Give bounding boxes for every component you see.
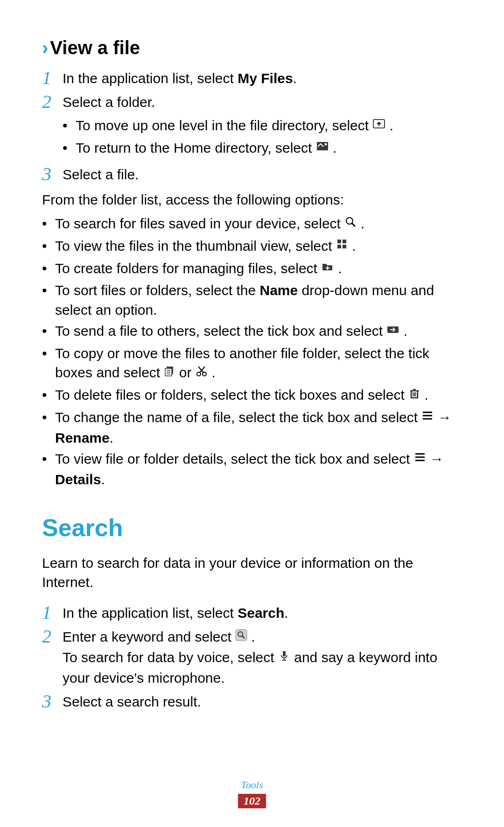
bullet-dot: • (42, 344, 55, 363)
search-step-2: 2 Enter a keyword and select . To search… (42, 627, 462, 687)
heading-view-file: ›View a file (42, 37, 462, 58)
step-text: In the application list, select (63, 71, 238, 86)
bullet-text: To send a file to others, select the tic… (55, 321, 462, 342)
bullet-sort: • To sort files or folders, select the N… (42, 281, 462, 319)
search-intro: Learn to search for data in your device … (42, 553, 462, 592)
page-number-badge: 102 (238, 794, 266, 808)
bullet-text: To view file or folder details, select t… (55, 449, 462, 489)
microphone-icon (278, 647, 290, 666)
step-text: Enter a keyword and select (63, 629, 235, 644)
bullet-text: To delete files or folders, select the t… (55, 385, 462, 406)
bullet-post: . (399, 323, 407, 339)
bullet-post: . (334, 261, 342, 276)
sub-bullet: • To return to the Home directory, selec… (63, 138, 462, 159)
step-number: 1 (42, 603, 63, 622)
step-2: 2 Select a folder. • To move up one leve… (42, 92, 462, 160)
trash-icon (408, 385, 420, 404)
send-icon (386, 321, 399, 340)
step-body: Enter a keyword and select . To search f… (63, 627, 462, 687)
bullet-pre: To move up one level in the file directo… (76, 118, 372, 133)
bullet-dot: • (42, 214, 55, 233)
step-number: 3 (42, 692, 63, 711)
search-icon (344, 213, 357, 233)
search-app-label: Search (238, 605, 284, 621)
step-text: Select a folder. (63, 92, 462, 112)
bullet-dot: • (42, 449, 55, 468)
bullet-post: . (420, 387, 428, 403)
new-folder-icon (321, 258, 334, 277)
bullet-post: . (348, 238, 356, 254)
bullet-dot: • (42, 321, 55, 340)
bullet-pre: To search for files saved in your device… (55, 216, 344, 231)
bullet-delete: • To delete files or folders, select the… (42, 385, 462, 406)
bullet-pre: To delete files or folders, select the t… (55, 387, 408, 403)
step-text: Select a search result. (63, 692, 462, 711)
step-text: To search for data by voice, select (63, 650, 278, 665)
step-body: In the application list, select Search. (63, 603, 462, 622)
step-text-post: . (284, 605, 288, 621)
bullet-pre: To send a file to others, select the tic… (55, 323, 386, 339)
bullet-pre: To copy or move the files to another fil… (55, 346, 429, 380)
bullet-text: To move up one level in the file directo… (76, 116, 462, 136)
page-footer: Tools 102 (0, 779, 504, 808)
bullet-post: . (385, 118, 393, 133)
bullet-dot: • (42, 385, 55, 404)
footer-section-label: Tools (0, 779, 504, 791)
step-number: 2 (42, 627, 63, 646)
bullet-pre: To create folders for managing files, se… (55, 261, 321, 276)
arrow-sep: → (434, 410, 451, 425)
arrow-sep: → (426, 451, 444, 467)
bullet-text: To sort files or folders, select the Nam… (55, 281, 462, 319)
bullet-mid: or (175, 365, 195, 380)
search-button-icon (235, 627, 247, 646)
bullet-text: To copy or move the files to another fil… (55, 344, 462, 383)
bullet-send: • To send a file to others, select the t… (42, 321, 462, 342)
home-icon (316, 138, 329, 157)
bullet-pre: To return to the Home directory, select (76, 140, 316, 156)
step-text: Select a file. (63, 165, 462, 184)
bullet-text: To search for files saved in your device… (55, 214, 462, 234)
cut-icon (196, 363, 208, 382)
grid-icon (336, 236, 348, 255)
copy-icon (164, 363, 175, 382)
my-files-label: My Files (238, 71, 293, 86)
name-label: Name (260, 283, 298, 298)
bullet-pre: To sort files or folders, select the (55, 283, 260, 298)
bullet-pre: To view the files in the thumbnail view,… (55, 238, 336, 254)
bullet-create-folder: • To create folders for managing files, … (42, 259, 462, 279)
bullet-post: . (208, 365, 216, 380)
bullet-thumbnail: • To view the files in the thumbnail vie… (42, 236, 462, 257)
step-text-post: . (293, 71, 297, 86)
bullet-dot: • (63, 138, 76, 157)
bullet-post: . (110, 430, 113, 445)
bullet-dot: • (42, 236, 55, 255)
bullet-post: . (101, 472, 105, 487)
up-level-icon (372, 115, 385, 134)
bullet-text: To return to the Home directory, select … (76, 138, 462, 159)
details-label: Details (55, 472, 101, 487)
step-3: 3 Select a file. (42, 165, 462, 184)
step-number: 3 (42, 165, 63, 184)
bullet-details: • To view file or folder details, select… (42, 449, 462, 489)
step-body: Select a folder. • To move up one level … (63, 92, 462, 160)
bullet-text: To view the files in the thumbnail view,… (55, 236, 462, 257)
step-body: In the application list, select My Files… (63, 69, 462, 88)
search-step-3: 3 Select a search result. (42, 692, 462, 711)
menu-icon (414, 449, 426, 468)
bullet-post: . (329, 140, 337, 156)
bullet-search-files: • To search for files saved in your devi… (42, 214, 462, 234)
step-text-post: . (247, 629, 255, 644)
search-step-1: 1 In the application list, select Search… (42, 603, 462, 622)
bullet-dot: • (42, 408, 55, 427)
bullet-dot: • (42, 281, 55, 300)
bullet-dot: • (42, 259, 55, 278)
bullet-copy-move: • To copy or move the files to another f… (42, 344, 462, 383)
bullet-pre: To view file or folder details, select t… (55, 451, 414, 467)
heading-search: Search (42, 511, 462, 545)
menu-icon (421, 407, 434, 426)
bullet-dot: • (63, 116, 76, 135)
options-intro: From the folder list, access the followi… (42, 190, 462, 209)
step-number: 1 (42, 69, 63, 87)
heading-view-file-text: View a file (50, 37, 140, 58)
bullet-text: To create folders for managing files, se… (55, 259, 462, 279)
